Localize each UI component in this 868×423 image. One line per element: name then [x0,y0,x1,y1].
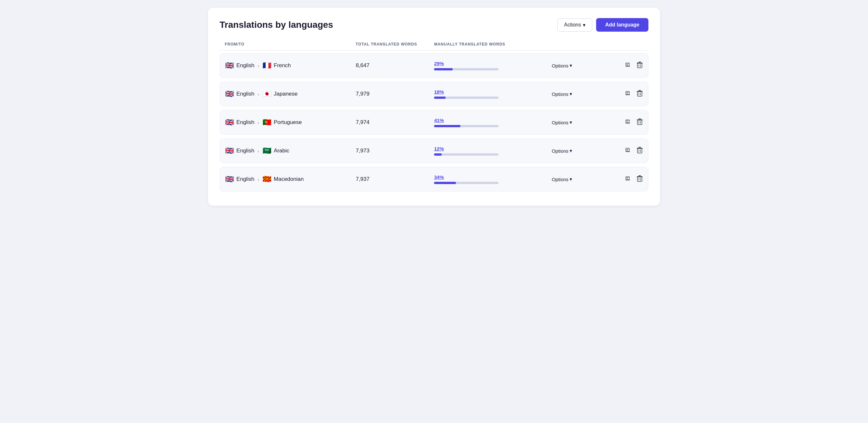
svg-rect-19 [626,120,629,123]
progress-cell: 34% [434,174,552,184]
options-cell: Options ▾ [552,63,617,68]
options-button[interactable]: Options ▾ [552,63,572,68]
options-button[interactable]: Options ▾ [552,119,572,125]
svg-rect-1 [626,63,629,66]
from-lang: English [237,119,254,126]
chevron-down-icon: ▾ [569,176,572,182]
to-flag: 🇫🇷 [262,62,271,69]
progress-bar-bg [434,182,499,184]
to-flag: 🇸🇦 [262,147,271,154]
to-lang: Portuguese [274,119,302,126]
svg-rect-10 [626,91,629,94]
lang-pair: 🇬🇧 English › 🇫🇷 French [225,62,356,69]
svg-rect-33 [638,149,642,153]
progress-cell: 29% [434,61,552,70]
arrow-icon: › [258,120,259,125]
svg-rect-15 [638,92,642,96]
options-cell: Options ▾ [552,91,617,97]
chevron-down-icon: ▾ [569,148,572,154]
delete-button[interactable] [637,90,643,98]
word-count: 7,937 [356,176,434,182]
progress-bar-fill [434,125,461,127]
progress-bar-fill [434,182,456,184]
word-count: 7,974 [356,119,434,126]
row-actions [617,118,643,127]
header-actions: Actions ▾ Add language [557,18,648,32]
progress-label[interactable]: 18% [434,89,552,95]
svg-rect-23 [639,119,641,119]
svg-rect-41 [639,175,641,176]
edit-button[interactable] [625,62,631,70]
delete-button[interactable] [637,118,643,127]
delete-button[interactable] [637,61,643,70]
delete-button[interactable] [637,147,643,155]
progress-bar-bg [434,68,499,70]
edit-button[interactable] [625,90,631,98]
from-flag: 🇬🇧 [225,119,234,126]
table-row: 🇬🇧 English › 🇸🇦 Arabic 7,973 12% Options… [220,139,648,163]
edit-button[interactable] [625,119,631,127]
edit-button[interactable] [625,147,631,155]
lang-pair: 🇬🇧 English › 🇯🇵 Japanese [225,90,356,97]
page-title: Translations by languages [220,20,333,30]
svg-rect-6 [638,63,642,68]
from-lang: English [237,176,254,182]
progress-label[interactable]: 34% [434,174,552,180]
row-actions [617,175,643,184]
table-row: 🇬🇧 English › 🇯🇵 Japanese 7,979 18% Optio… [220,82,648,106]
delete-button[interactable] [637,175,643,184]
from-flag: 🇬🇧 [225,62,234,69]
progress-bar-bg [434,96,499,99]
progress-bar-fill [434,153,442,156]
word-count: 7,973 [356,148,434,154]
svg-rect-32 [639,147,641,148]
progress-label[interactable]: 29% [434,61,552,66]
options-button[interactable]: Options ▾ [552,91,572,97]
progress-bar-bg [434,125,499,127]
options-cell: Options ▾ [552,176,617,182]
header: Translations by languages Actions ▾ Add … [220,18,648,32]
from-flag: 🇬🇧 [225,176,234,183]
col-options [552,42,617,47]
from-flag: 🇬🇧 [225,147,234,154]
svg-rect-0 [625,66,630,67]
word-count: 8,647 [356,62,434,69]
lang-pair: 🇬🇧 English › 🇵🇹 Portuguese [225,119,356,126]
table-row: 🇬🇧 English › 🇫🇷 French 8,647 29% Options… [220,53,648,78]
chevron-down-icon: ▾ [569,91,572,97]
progress-bar-fill [434,96,445,99]
word-count: 7,979 [356,91,434,97]
arrow-icon: › [258,63,259,68]
progress-bar-bg [434,153,499,156]
edit-button[interactable] [625,175,631,183]
row-actions [617,147,643,155]
progress-cell: 41% [434,118,552,127]
to-lang: French [274,62,291,69]
col-manually-words: MANUALLY TRANSLATED WORDS [434,42,552,47]
from-flag: 🇬🇧 [225,90,234,97]
to-flag: 🇯🇵 [262,90,271,97]
svg-rect-5 [639,62,641,62]
table-body: 🇬🇧 English › 🇫🇷 French 8,647 29% Options… [220,53,648,191]
arrow-icon: › [258,177,259,182]
svg-rect-9 [625,95,630,95]
chevron-down-icon: ▾ [569,63,572,68]
lang-pair: 🇬🇧 English › 🇸🇦 Arabic [225,147,356,154]
main-container: Translations by languages Actions ▾ Add … [208,8,660,206]
from-lang: English [237,62,254,69]
progress-label[interactable]: 41% [434,118,552,123]
add-language-button[interactable]: Add language [596,18,648,32]
options-button[interactable]: Options ▾ [552,176,572,182]
svg-rect-18 [625,123,630,124]
options-cell: Options ▾ [552,148,617,154]
options-button[interactable]: Options ▾ [552,148,572,154]
svg-rect-27 [625,151,630,152]
lang-pair: 🇬🇧 English › 🇲🇰 Macedonian [225,176,356,183]
from-lang: English [237,91,254,97]
chevron-down-icon: ▾ [569,119,572,125]
table-row: 🇬🇧 English › 🇵🇹 Portuguese 7,974 41% Opt… [220,110,648,134]
to-lang: Japanese [274,91,298,97]
actions-button[interactable]: Actions ▾ [557,19,592,32]
progress-bar-fill [434,68,453,70]
progress-label[interactable]: 12% [434,146,552,151]
